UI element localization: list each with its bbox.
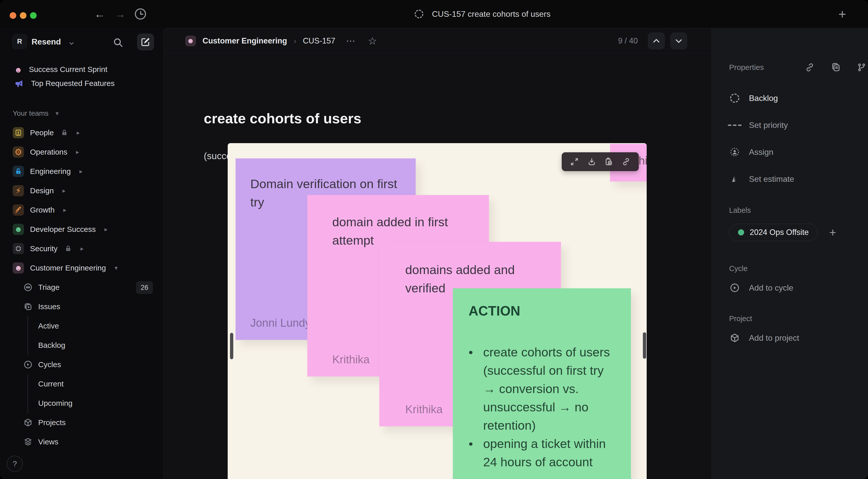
set-priority-row[interactable]: Set priority <box>729 118 868 132</box>
sidebar-item-issues[interactable]: Issues <box>0 297 163 316</box>
lock-icon <box>61 129 68 136</box>
sidebar-team-design[interactable]: ⚡ Design ▸ <box>0 181 163 200</box>
chevron-right-icon: ▸ <box>81 245 84 252</box>
assignee-person-icon <box>730 147 740 157</box>
chevron-down-icon <box>674 37 683 45</box>
your-teams-section-header[interactable]: Your teams ▾ <box>0 104 163 123</box>
assign-row[interactable]: Assign <box>729 145 868 159</box>
chevron-down-icon <box>68 40 75 47</box>
issue-panel: ☻ Customer Engineering › CUS-157 ⋯ ☆ 9 /… <box>163 28 712 479</box>
label-color-dot <box>738 229 744 235</box>
download-icon[interactable] <box>587 157 596 166</box>
new-tab-plus-icon[interactable]: + <box>838 7 846 22</box>
copy-link-icon[interactable] <box>805 62 815 72</box>
rocket-icon <box>13 204 24 216</box>
projects-cube-icon <box>23 418 33 427</box>
next-issue-button[interactable] <box>670 33 687 49</box>
cycles-subtree: Current Upcoming <box>28 374 163 413</box>
search-icon[interactable] <box>113 37 123 48</box>
window-title: CUS-157 create cohorts of users <box>432 9 551 19</box>
add-to-cycle-row[interactable]: Add to cycle <box>729 281 868 295</box>
image-resize-handle-left[interactable] <box>230 333 233 359</box>
breadcrumb-separator: › <box>293 37 296 45</box>
sidebar-item-top-requested-features[interactable]: Top Requested Features <box>0 74 163 93</box>
history-clock-icon[interactable] <box>135 8 146 20</box>
help-button[interactable]: ? <box>7 456 23 472</box>
green-note-bullet-1: • create cohorts of users (successful on… <box>469 343 616 435</box>
previous-issue-button[interactable] <box>648 33 665 49</box>
lock-icon <box>65 245 72 252</box>
chevron-down-icon: ▾ <box>115 264 118 272</box>
workspace-logo[interactable]: R <box>12 34 27 49</box>
sidebar-team-developer-success[interactable]: ☻ Developer Success ▸ <box>0 220 163 239</box>
sidebar-item-triage[interactable]: Triage 26 <box>0 278 163 297</box>
git-branch-icon[interactable] <box>857 62 867 72</box>
label-pill[interactable]: 2024 Ops Offsite <box>729 224 818 241</box>
lightning-bolt-icon: ⚡ <box>13 185 24 196</box>
sidebar-item-upcoming[interactable]: Upcoming <box>28 393 163 413</box>
back-arrow-icon[interactable]: ← <box>94 8 105 20</box>
sidebar-team-security[interactable]: Security ▸ <box>0 239 163 258</box>
breadcrumb: ☻ Customer Engineering › CUS-157 ⋯ ☆ <box>185 28 377 54</box>
backlog-status-icon <box>730 94 739 103</box>
sidebar-team-operations[interactable]: ⚙ Operations ▸ <box>0 142 163 162</box>
project-cube-icon <box>730 333 740 343</box>
sidebar-team-growth[interactable]: Growth ▸ <box>0 200 163 220</box>
link-icon[interactable] <box>621 157 631 166</box>
sidebar-item-projects[interactable]: Projects <box>0 413 163 432</box>
breadcrumb-issue-id[interactable]: CUS-157 <box>303 36 335 45</box>
chevron-right-icon: ▸ <box>80 168 83 175</box>
note-author: Krithika <box>405 403 443 416</box>
sidebar-team-engineering[interactable]: Engineering ▸ <box>0 162 163 181</box>
sidebar-item-cycles[interactable]: Cycles <box>0 355 163 374</box>
expand-icon[interactable] <box>570 157 579 166</box>
chip-icon <box>13 243 24 254</box>
status-row[interactable]: Backlog <box>729 91 868 105</box>
triage-icon <box>23 283 33 292</box>
add-to-project-row[interactable]: Add to project <box>729 331 868 345</box>
issue-header: ☻ Customer Engineering › CUS-157 ⋯ ☆ 9 /… <box>164 28 712 54</box>
priority-dashes-icon <box>728 125 742 126</box>
minimize-window-button[interactable] <box>20 12 27 19</box>
new-issue-compose-button[interactable] <box>137 34 154 50</box>
issues-subtree: Active Backlog <box>28 316 163 355</box>
workspace-switcher[interactable]: Resend <box>32 37 61 46</box>
blue-lock-icon <box>13 166 24 177</box>
team-smiley-icon: ☻ <box>185 36 196 46</box>
chevron-right-icon: ▸ <box>76 129 80 136</box>
cycle-play-icon <box>730 283 740 293</box>
sticky-note-green: ACTION • create cohorts of users (succes… <box>453 288 631 479</box>
chevron-up-icon <box>652 37 661 45</box>
favorite-star-icon[interactable]: ☆ <box>368 35 377 47</box>
sidebar-item-current[interactable]: Current <box>28 374 163 393</box>
attachment-image[interactable]: Domain verification on first try Jonni L… <box>228 143 647 479</box>
issue-title[interactable]: create cohorts of users <box>204 110 361 127</box>
window-controls <box>10 12 37 19</box>
set-estimate-row[interactable]: Set estimate <box>729 172 868 186</box>
add-label-plus-icon[interactable]: + <box>829 225 836 239</box>
linear-app-window: ← → CUS-157 create cohorts of users + R … <box>0 0 868 479</box>
sidebar-team-people[interactable]: People ▸ <box>0 123 163 142</box>
properties-heading: Properties <box>729 63 764 72</box>
star-eyes-smiley-icon: ☻ <box>13 224 24 235</box>
sidebar-item-success-current-sprint[interactable]: ☻ Success Current Sprint <box>0 59 163 74</box>
breadcrumb-team[interactable]: Customer Engineering <box>203 36 287 45</box>
properties-panel: Properties Backlog Set priority Ass <box>712 28 868 479</box>
sidebar-item-active[interactable]: Active <box>28 316 163 336</box>
cycle-section-heading: Cycle <box>729 264 868 273</box>
zoom-window-button[interactable] <box>30 12 37 19</box>
gear-icon: ⚙ <box>13 147 24 158</box>
chevron-right-icon: ▸ <box>62 187 65 194</box>
copy-id-icon[interactable] <box>831 62 841 72</box>
copy-to-clipboard-icon[interactable] <box>604 157 613 166</box>
sidebar-team-customer-engineering[interactable]: ☻ Customer Engineering ▾ <box>0 258 163 278</box>
sidebar-item-views[interactable]: Views <box>0 432 163 451</box>
smiley-face-icon: ☻ <box>14 66 22 74</box>
sidebar-item-backlog[interactable]: Backlog <box>28 336 163 355</box>
issue-position-indicator: 9 / 40 <box>618 36 638 45</box>
forward-arrow-icon[interactable]: → <box>115 8 126 20</box>
green-note-bullet-2: • opening a ticket within 24 hours of ac… <box>469 435 616 471</box>
image-resize-handle-right[interactable] <box>643 332 646 359</box>
more-options-icon[interactable]: ⋯ <box>346 36 355 46</box>
close-window-button[interactable] <box>10 12 16 19</box>
